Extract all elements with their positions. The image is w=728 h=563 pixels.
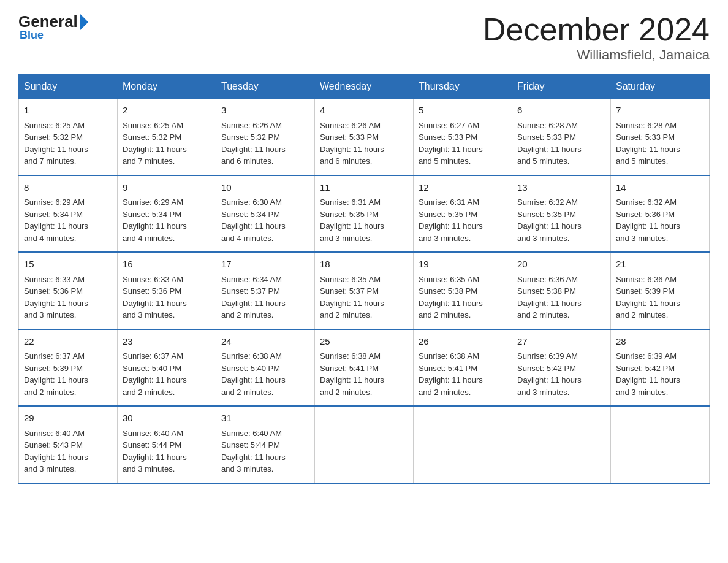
day-info: Sunrise: 6:26 AMSunset: 5:32 PMDaylight:… — [221, 121, 286, 166]
day-info: Sunrise: 6:38 AMSunset: 5:40 PMDaylight:… — [221, 351, 286, 397]
calendar-cell: 18 Sunrise: 6:35 AMSunset: 5:37 PMDaylig… — [315, 252, 414, 329]
day-number: 10 — [221, 181, 309, 195]
day-number: 12 — [419, 181, 507, 195]
day-number: 27 — [517, 335, 605, 349]
day-number: 15 — [24, 258, 112, 272]
calendar-cell: 12 Sunrise: 6:31 AMSunset: 5:35 PMDaylig… — [414, 175, 512, 253]
day-info: Sunrise: 6:28 AMSunset: 5:33 PMDaylight:… — [616, 121, 680, 166]
day-info: Sunrise: 6:30 AMSunset: 5:34 PMDaylight:… — [221, 197, 286, 243]
day-info: Sunrise: 6:38 AMSunset: 5:41 PMDaylight:… — [419, 351, 483, 397]
calendar-cell: 27 Sunrise: 6:39 AMSunset: 5:42 PMDaylig… — [512, 329, 611, 407]
day-number: 26 — [419, 335, 507, 349]
calendar-cell: 10 Sunrise: 6:30 AMSunset: 5:34 PMDaylig… — [216, 175, 315, 253]
logo-blue: Blue — [20, 29, 44, 42]
day-number: 7 — [616, 104, 704, 118]
day-info: Sunrise: 6:33 AMSunset: 5:36 PMDaylight:… — [123, 275, 187, 320]
day-info: Sunrise: 6:31 AMSunset: 5:35 PMDaylight:… — [419, 197, 483, 243]
day-number: 25 — [320, 335, 408, 349]
day-number: 18 — [320, 258, 408, 272]
day-info: Sunrise: 6:29 AMSunset: 5:34 PMDaylight:… — [123, 197, 187, 243]
calendar-cell — [414, 406, 512, 483]
day-number: 31 — [221, 412, 309, 426]
day-number: 30 — [123, 412, 211, 426]
calendar-cell: 20 Sunrise: 6:36 AMSunset: 5:38 PMDaylig… — [512, 252, 611, 329]
calendar-cell: 17 Sunrise: 6:34 AMSunset: 5:37 PMDaylig… — [216, 252, 315, 329]
day-info: Sunrise: 6:25 AMSunset: 5:32 PMDaylight:… — [24, 121, 88, 166]
calendar-week-3: 15 Sunrise: 6:33 AMSunset: 5:36 PMDaylig… — [19, 252, 710, 329]
day-info: Sunrise: 6:25 AMSunset: 5:32 PMDaylight:… — [123, 121, 187, 166]
col-saturday: Saturday — [611, 75, 710, 99]
calendar-body: 1 Sunrise: 6:25 AMSunset: 5:32 PMDayligh… — [19, 99, 710, 483]
day-number: 29 — [24, 412, 112, 426]
day-info: Sunrise: 6:33 AMSunset: 5:36 PMDaylight:… — [24, 275, 88, 320]
day-number: 4 — [320, 104, 408, 118]
day-info: Sunrise: 6:38 AMSunset: 5:41 PMDaylight:… — [320, 351, 384, 397]
calendar-cell: 28 Sunrise: 6:39 AMSunset: 5:42 PMDaylig… — [611, 329, 710, 407]
calendar-cell: 29 Sunrise: 6:40 AMSunset: 5:43 PMDaylig… — [19, 406, 118, 483]
day-number: 8 — [24, 181, 112, 195]
day-number: 20 — [517, 258, 605, 272]
calendar-week-5: 29 Sunrise: 6:40 AMSunset: 5:43 PMDaylig… — [19, 406, 710, 483]
day-number: 13 — [517, 181, 605, 195]
day-info: Sunrise: 6:35 AMSunset: 5:37 PMDaylight:… — [320, 275, 384, 320]
day-number: 28 — [616, 335, 704, 349]
day-number: 5 — [419, 104, 507, 118]
day-info: Sunrise: 6:40 AMSunset: 5:43 PMDaylight:… — [24, 429, 88, 474]
calendar-cell: 21 Sunrise: 6:36 AMSunset: 5:39 PMDaylig… — [611, 252, 710, 329]
day-number: 2 — [123, 104, 211, 118]
day-number: 24 — [221, 335, 309, 349]
calendar-cell: 22 Sunrise: 6:37 AMSunset: 5:39 PMDaylig… — [19, 329, 118, 407]
day-info: Sunrise: 6:31 AMSunset: 5:35 PMDaylight:… — [320, 197, 384, 243]
day-info: Sunrise: 6:29 AMSunset: 5:34 PMDaylight:… — [24, 197, 88, 243]
col-thursday: Thursday — [414, 75, 512, 99]
day-number: 16 — [123, 258, 211, 272]
calendar-cell: 8 Sunrise: 6:29 AMSunset: 5:34 PMDayligh… — [19, 175, 118, 253]
calendar-cell: 19 Sunrise: 6:35 AMSunset: 5:38 PMDaylig… — [414, 252, 512, 329]
day-info: Sunrise: 6:40 AMSunset: 5:44 PMDaylight:… — [221, 429, 286, 474]
calendar-cell — [611, 406, 710, 483]
calendar-cell: 15 Sunrise: 6:33 AMSunset: 5:36 PMDaylig… — [19, 252, 118, 329]
logo: General Blue — [18, 12, 89, 42]
col-sunday: Sunday — [19, 75, 118, 99]
day-info: Sunrise: 6:34 AMSunset: 5:37 PMDaylight:… — [221, 275, 286, 320]
day-number: 21 — [616, 258, 704, 272]
day-number: 22 — [24, 335, 112, 349]
calendar-header: Sunday Monday Tuesday Wednesday Thursday… — [19, 75, 710, 99]
calendar-cell: 2 Sunrise: 6:25 AMSunset: 5:32 PMDayligh… — [118, 99, 216, 175]
calendar-cell: 5 Sunrise: 6:27 AMSunset: 5:33 PMDayligh… — [414, 99, 512, 175]
day-info: Sunrise: 6:35 AMSunset: 5:38 PMDaylight:… — [419, 275, 483, 320]
day-info: Sunrise: 6:36 AMSunset: 5:38 PMDaylight:… — [517, 275, 582, 320]
day-info: Sunrise: 6:40 AMSunset: 5:44 PMDaylight:… — [123, 429, 187, 474]
day-number: 17 — [221, 258, 309, 272]
day-info: Sunrise: 6:32 AMSunset: 5:35 PMDaylight:… — [517, 197, 582, 243]
calendar-cell — [315, 406, 414, 483]
day-number: 14 — [616, 181, 704, 195]
calendar-cell: 14 Sunrise: 6:32 AMSunset: 5:36 PMDaylig… — [611, 175, 710, 253]
calendar-cell: 6 Sunrise: 6:28 AMSunset: 5:33 PMDayligh… — [512, 99, 611, 175]
calendar-subtitle: Williamsfield, Jamaica — [483, 47, 710, 63]
day-number: 11 — [320, 181, 408, 195]
calendar-cell: 11 Sunrise: 6:31 AMSunset: 5:35 PMDaylig… — [315, 175, 414, 253]
day-info: Sunrise: 6:37 AMSunset: 5:40 PMDaylight:… — [123, 351, 187, 397]
day-number: 23 — [123, 335, 211, 349]
calendar-cell: 9 Sunrise: 6:29 AMSunset: 5:34 PMDayligh… — [118, 175, 216, 253]
header-row: Sunday Monday Tuesday Wednesday Thursday… — [19, 75, 710, 99]
calendar-cell: 31 Sunrise: 6:40 AMSunset: 5:44 PMDaylig… — [216, 406, 315, 483]
logo-arrow-icon — [80, 13, 88, 31]
calendar-cell: 24 Sunrise: 6:38 AMSunset: 5:40 PMDaylig… — [216, 329, 315, 407]
day-number: 1 — [24, 104, 112, 118]
day-info: Sunrise: 6:32 AMSunset: 5:36 PMDaylight:… — [616, 197, 680, 243]
col-friday: Friday — [512, 75, 611, 99]
col-wednesday: Wednesday — [315, 75, 414, 99]
col-tuesday: Tuesday — [216, 75, 315, 99]
day-info: Sunrise: 6:36 AMSunset: 5:39 PMDaylight:… — [616, 275, 680, 320]
calendar-title: December 2024 — [483, 12, 710, 47]
day-info: Sunrise: 6:28 AMSunset: 5:33 PMDaylight:… — [517, 121, 582, 166]
calendar-cell — [512, 406, 611, 483]
page-header: General Blue December 2024 Williamsfield… — [18, 12, 710, 63]
calendar-cell: 25 Sunrise: 6:38 AMSunset: 5:41 PMDaylig… — [315, 329, 414, 407]
calendar-table: Sunday Monday Tuesday Wednesday Thursday… — [18, 74, 710, 484]
day-number: 6 — [517, 104, 605, 118]
day-number: 19 — [419, 258, 507, 272]
calendar-week-2: 8 Sunrise: 6:29 AMSunset: 5:34 PMDayligh… — [19, 175, 710, 253]
